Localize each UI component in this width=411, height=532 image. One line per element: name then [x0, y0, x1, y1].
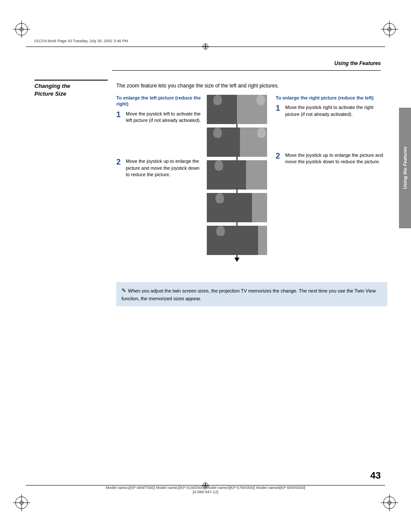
corner-mark-tl	[13, 21, 30, 38]
left-step-2: 2 Move the joystick up to enlarge the pi…	[116, 158, 202, 178]
top-border	[26, 47, 385, 47]
screen-left-1	[207, 95, 237, 124]
left-step-1-number: 1	[116, 111, 123, 124]
section-heading: Changing the Picture Size	[34, 80, 108, 98]
screen-image-3	[207, 160, 267, 190]
corner-mark-tr	[381, 21, 398, 38]
screen-left-4	[207, 193, 252, 222]
screen-right-1	[237, 95, 267, 124]
corner-mark-bl	[13, 494, 30, 511]
screen-right-3	[246, 160, 267, 190]
intro-text: The zoom feature lets you change the siz…	[116, 83, 377, 89]
page-number: 43	[371, 470, 381, 481]
screen-right-4	[252, 193, 267, 222]
screen-right-5	[258, 226, 267, 255]
screen-left-5	[207, 226, 258, 255]
screen-image-4	[207, 193, 267, 222]
header-rule	[112, 70, 381, 71]
left-step-1: 1 Move the joystick left to activate the…	[116, 111, 202, 124]
note-icon: ✎	[121, 287, 126, 294]
right-step-1-number: 1	[276, 104, 283, 118]
screen-image-1	[207, 95, 267, 124]
right-step-2-text: Move the joystick up to enlarge the pict…	[285, 152, 387, 165]
left-step-1-text: Move the joystick left to activate the l…	[126, 111, 202, 124]
screen-image-2	[207, 128, 267, 157]
left-instructions: To enlarge the left picture (reduce the …	[116, 95, 202, 258]
left-step-2-number: 2	[116, 158, 123, 178]
header-file-info: 01COV.book Page 43 Tuesday, July 30, 200…	[34, 39, 128, 43]
columns-layout: To enlarge the left picture (reduce the …	[116, 95, 387, 258]
screen-left-3	[207, 160, 246, 190]
left-col-header: To enlarge the left picture (reduce the …	[116, 95, 202, 107]
footer: Model name1[KP-46WT500] Model name2[KP-5…	[0, 485, 411, 494]
footer-line1: Model name1[KP-46WT500] Model name2[KP-5…	[0, 485, 411, 490]
side-tab: Using the Features	[399, 108, 411, 228]
main-content: To enlarge the left picture (reduce the …	[116, 95, 387, 258]
footer-line2: [4-088-847-12]	[0, 490, 411, 494]
right-step-1-text: Move the joystick right to activate the …	[285, 104, 387, 118]
right-step-1: 1 Move the joystick right to activate th…	[276, 104, 387, 118]
right-col-header: To enlarge the right picture (reduce the…	[276, 95, 387, 101]
corner-mark-br	[381, 494, 398, 511]
section-heading-text: Changing the Picture Size	[34, 82, 108, 98]
right-step-2-number: 2	[276, 152, 283, 165]
screen-image-5	[207, 226, 267, 255]
note-box: ✎When you adjust the twin screen sizes, …	[116, 282, 387, 306]
side-tab-text: Using the Features	[402, 146, 408, 189]
left-step-2-text: Move the joystick up to enlarge the pict…	[126, 158, 202, 178]
right-instructions: To enlarge the right picture (reduce the…	[271, 95, 387, 258]
screen-right-2	[240, 128, 267, 157]
right-step-2: 2 Move the joystick up to enlarge the pi…	[276, 152, 387, 165]
note-text: When you adjust the twin screen sizes, t…	[121, 288, 376, 301]
screen-left-2	[207, 128, 240, 157]
center-images	[202, 95, 271, 258]
header-title: Using the Features	[334, 60, 381, 66]
